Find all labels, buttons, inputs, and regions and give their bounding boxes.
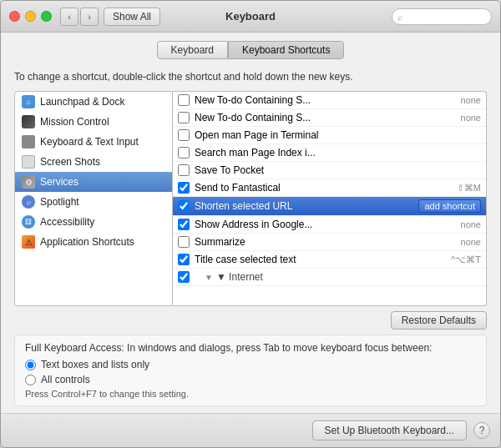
search-box[interactable]: ⌕ xyxy=(392,8,492,25)
shortcut-checkbox[interactable] xyxy=(178,219,190,230)
shortcut-checkbox[interactable] xyxy=(178,182,190,194)
shortcut-name: Summarize xyxy=(195,236,456,248)
minimize-button[interactable] xyxy=(25,11,36,22)
shortcut-name: Show Address in Google... xyxy=(195,219,456,230)
shortcut-key: none xyxy=(461,113,481,123)
window-title: Keyboard xyxy=(225,10,276,23)
shortcut-name: Search man Page Index i... xyxy=(195,147,476,159)
keyboard-icon xyxy=(22,135,35,148)
shortcut-row[interactable]: New To-do Containing S... none xyxy=(173,92,486,109)
sidebar-item-spotlight[interactable]: ⌕ Spotlight xyxy=(15,192,172,212)
content-area: To change a shortcut, double-click the s… xyxy=(1,64,500,413)
shortcut-row[interactable]: Save To Pocket xyxy=(173,162,486,179)
radio-row-text-boxes[interactable]: Text boxes and lists only xyxy=(25,359,476,370)
shortcut-row[interactable]: Title case selected text ^⌥⌘T xyxy=(173,251,486,269)
control-hint: Press Control+F7 to change this setting. xyxy=(25,389,476,399)
maximize-button[interactable] xyxy=(41,11,52,22)
restore-row: Restore Defaults xyxy=(14,306,487,335)
services-icon: ⚙ xyxy=(22,175,35,189)
shortcut-checkbox[interactable] xyxy=(178,164,190,176)
bluetooth-keyboard-button[interactable]: Set Up Bluetooth Keyboard... xyxy=(312,420,467,440)
shortcut-name: Send to Fantastical xyxy=(195,182,452,194)
instruction-text: To change a shortcut, double-click the s… xyxy=(14,71,487,83)
radio-label-text-boxes: Text boxes and lists only xyxy=(41,359,149,370)
shortcut-key: ⇧⌘M xyxy=(457,183,481,194)
tab-keyboard[interactable]: Keyboard xyxy=(157,41,228,59)
sidebar-item-keyboard[interactable]: Keyboard & Text Input xyxy=(15,132,172,152)
shortcut-name: New To-do Containing S... xyxy=(195,112,456,123)
shortcut-key: none xyxy=(461,237,481,247)
titlebar: ‹ › Show All Keyboard ⌕ xyxy=(1,1,500,33)
sidebar-label-appshortcuts: Application Shortcuts xyxy=(40,236,134,248)
shortcut-key: none xyxy=(461,219,481,229)
nav-buttons: ‹ › xyxy=(60,8,99,26)
appshortcuts-icon: ⚠ xyxy=(22,235,35,249)
shortcut-name: Shorten selected URL xyxy=(195,200,413,212)
expand-arrow-icon: ▼ xyxy=(205,273,213,282)
shortcut-row-highlighted[interactable]: Shorten selected URL add shortcut xyxy=(173,197,486,216)
sidebar-label-services: Services xyxy=(40,176,78,188)
radio-all-controls[interactable] xyxy=(25,375,36,385)
forward-button[interactable]: › xyxy=(80,8,99,26)
shortcut-row[interactable]: Send to Fantastical ⇧⌘M xyxy=(173,179,486,197)
sidebar-label-spotlight: Spotlight xyxy=(40,196,79,208)
main-panel: ⌂ Launchpad & Dock Mission Control Keybo… xyxy=(14,91,487,306)
search-input[interactable] xyxy=(406,11,486,23)
tab-keyboard-shortcuts[interactable]: Keyboard Shortcuts xyxy=(228,41,344,59)
back-button[interactable]: ‹ xyxy=(60,8,78,26)
radio-label-all-controls: All controls xyxy=(41,374,90,385)
shortcut-checkbox[interactable] xyxy=(178,271,190,283)
add-shortcut-button[interactable]: add shortcut xyxy=(418,199,481,213)
shortcut-row[interactable]: Show Address in Google... none xyxy=(173,216,486,234)
show-all-button[interactable]: Show All xyxy=(104,8,160,26)
traffic-lights xyxy=(9,11,52,22)
bottom-bar: Set Up Bluetooth Keyboard... ? xyxy=(1,413,500,447)
shortcut-name: Title case selected text xyxy=(195,254,446,265)
tabs-row: Keyboard Keyboard Shortcuts xyxy=(1,33,500,64)
shortcut-name: Save To Pocket xyxy=(195,164,476,176)
shortcut-key: none xyxy=(461,95,481,105)
shortcut-row[interactable]: Search man Page Index i... xyxy=(173,144,486,162)
sidebar-label-launchpad: Launchpad & Dock xyxy=(40,96,124,108)
sidebar-item-screenshots[interactable]: Screen Shots xyxy=(15,152,172,172)
keyboard-access-section: Full Keyboard Access: In windows and dia… xyxy=(14,335,487,406)
shortcut-name: ▼ ▼ Internet xyxy=(195,271,481,283)
keyboard-access-title: Full Keyboard Access: In windows and dia… xyxy=(25,342,476,354)
sidebar-item-mission[interactable]: Mission Control xyxy=(15,112,172,132)
shortcut-checkbox[interactable] xyxy=(178,112,190,123)
sidebar-item-accessibility[interactable]: ⚅ Accessibility xyxy=(15,212,172,232)
shortcut-checkbox[interactable] xyxy=(178,236,190,248)
restore-defaults-button[interactable]: Restore Defaults xyxy=(391,311,487,330)
sidebar-label-keyboard: Keyboard & Text Input xyxy=(40,136,139,148)
shortcut-checkbox[interactable] xyxy=(178,254,190,265)
spotlight-icon: ⌕ xyxy=(22,195,35,209)
launchpad-icon: ⌂ xyxy=(22,95,35,108)
shortcut-checkbox[interactable] xyxy=(178,147,190,159)
sidebar: ⌂ Launchpad & Dock Mission Control Keybo… xyxy=(14,91,173,306)
shortcut-row[interactable]: Open man Page in Terminal xyxy=(173,127,486,144)
sidebar-item-services[interactable]: ⚙ Services xyxy=(15,172,172,192)
shortcut-row[interactable]: Summarize none xyxy=(173,234,486,251)
shortcut-row[interactable]: New To-do Containing S... none xyxy=(173,109,486,127)
shortcuts-list: New To-do Containing S... none New To-do… xyxy=(173,91,487,306)
shortcut-checkbox[interactable] xyxy=(178,94,190,106)
shortcut-name: New To-do Containing S... xyxy=(195,94,456,106)
sidebar-label-accessibility: Accessibility xyxy=(40,216,94,228)
shortcut-name: Open man Page in Terminal xyxy=(195,129,476,141)
search-icon: ⌕ xyxy=(397,12,403,22)
shortcut-row-internet[interactable]: ▼ ▼ Internet xyxy=(173,269,486,286)
sidebar-label-screenshots: Screen Shots xyxy=(40,156,100,168)
screenshots-icon xyxy=(22,155,35,169)
help-button[interactable]: ? xyxy=(473,422,490,439)
sidebar-label-mission: Mission Control xyxy=(40,116,109,128)
keyboard-window: ‹ › Show All Keyboard ⌕ Keyboard Keyboar… xyxy=(0,0,501,448)
sidebar-item-launchpad[interactable]: ⌂ Launchpad & Dock xyxy=(15,92,172,112)
accessibility-icon: ⚅ xyxy=(22,215,35,229)
radio-text-boxes[interactable] xyxy=(25,360,36,370)
sidebar-item-appshortcuts[interactable]: ⚠ Application Shortcuts xyxy=(15,232,172,252)
close-button[interactable] xyxy=(9,11,20,22)
shortcut-key: ^⌥⌘T xyxy=(451,254,481,265)
radio-row-all-controls[interactable]: All controls xyxy=(25,374,476,385)
shortcut-checkbox[interactable] xyxy=(178,129,190,141)
shortcut-checkbox[interactable] xyxy=(178,200,190,212)
